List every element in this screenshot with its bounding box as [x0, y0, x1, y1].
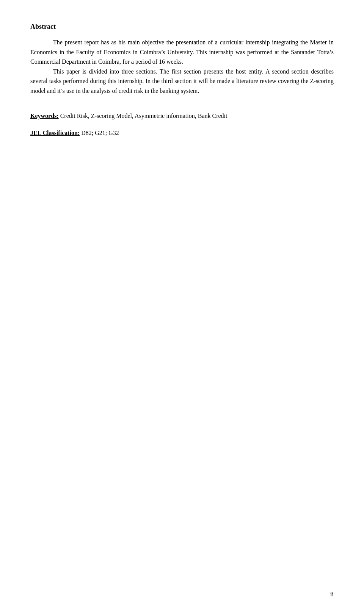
keywords-label: Keywords: — [30, 113, 59, 119]
abstract-paragraph-1: The present report has as his main objec… — [30, 38, 334, 67]
abstract-body: The present report has as his main objec… — [30, 38, 334, 96]
keywords-text: Credit Risk, Z-scoring Model, Asymmetric… — [60, 113, 228, 119]
jel-section: JEL Classification: D82; G21; G32 — [30, 128, 334, 138]
jel-text: D82; G21; G32 — [81, 130, 119, 136]
jel-label: JEL Classification: — [30, 130, 80, 136]
page-number: ii — [330, 591, 334, 598]
abstract-heading: Abstract — [30, 23, 334, 31]
page: Abstract The present report has as his m… — [0, 0, 364, 613]
abstract-paragraph-2: This paper is divided into three section… — [30, 67, 334, 96]
keywords-section: Keywords: Credit Risk, Z-scoring Model, … — [30, 111, 334, 121]
